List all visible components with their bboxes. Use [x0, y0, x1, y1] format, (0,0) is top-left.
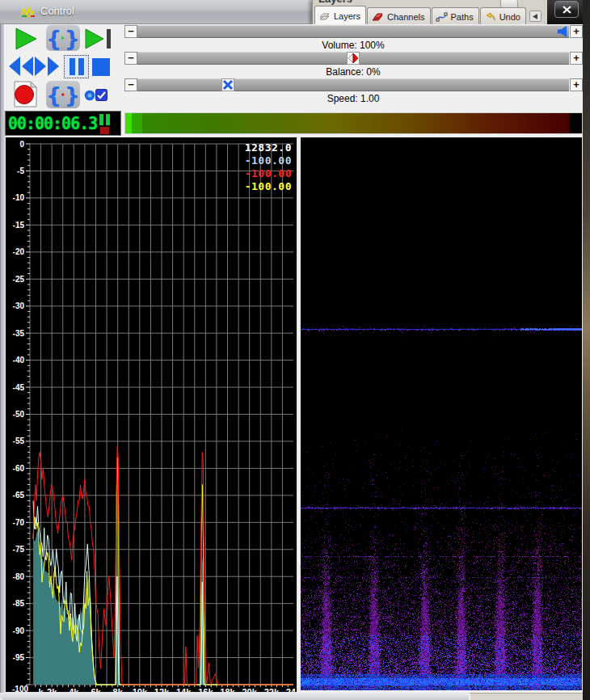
svg-text:24: 24	[286, 687, 297, 692]
tab-channels[interactable]: Channels	[367, 7, 430, 24]
rewind-icon	[7, 56, 35, 77]
record-options-checkbox[interactable]	[95, 88, 107, 101]
speed-minus-button[interactable]: −	[124, 78, 137, 91]
record-selection-button[interactable]: { }	[46, 81, 80, 108]
time-value: 00:00:06.3	[8, 113, 97, 133]
checkbox-checked-icon	[95, 89, 107, 101]
tab-paths[interactable]: Paths	[432, 7, 479, 24]
spectrogram-canvas	[301, 137, 582, 690]
svg-text:0: 0	[19, 140, 24, 149]
svg-text:-40: -40	[13, 356, 25, 365]
monitor-dot-icon	[84, 90, 95, 101]
speed-plus-button[interactable]: +	[570, 78, 583, 91]
brace-left-icon: {	[46, 84, 61, 106]
play-button[interactable]	[11, 27, 40, 51]
svg-text:k: k	[39, 687, 44, 692]
tab-label: Layers	[334, 11, 360, 21]
volume-minus-button[interactable]: −	[124, 25, 137, 38]
play-to-end-icon	[84, 27, 113, 50]
record-indicator-icon	[100, 127, 109, 134]
play-selection-button[interactable]: { }	[46, 25, 80, 51]
background-window-title: Layers	[318, 0, 352, 5]
volume-slider[interactable]	[137, 25, 569, 38]
titlebar[interactable]: Control Layers Layers Chan	[0, 0, 590, 24]
balance-diamond-icon	[348, 53, 359, 64]
background-window-bottom-edge	[469, 693, 584, 700]
time-display: 00:00:06.3	[5, 111, 121, 136]
svg-text:12k: 12k	[154, 687, 170, 692]
svg-text:8k: 8k	[113, 687, 124, 692]
stop-button[interactable]	[90, 56, 112, 78]
tab-label: Channels	[387, 12, 424, 22]
svg-text:-45: -45	[13, 383, 25, 392]
x-cross-icon	[222, 79, 234, 91]
pause-button[interactable]	[64, 55, 89, 78]
speed-slider[interactable]	[137, 78, 569, 91]
tab-overflow-button[interactable]	[529, 11, 542, 22]
record-icon	[12, 81, 38, 108]
svg-text:-15: -15	[13, 221, 25, 230]
svg-text:-80: -80	[13, 572, 25, 581]
close-button[interactable]	[554, 1, 579, 18]
pause-icon	[68, 57, 86, 76]
tab-label: Paths	[451, 12, 474, 22]
brace-left-icon: {	[46, 27, 61, 49]
stop-icon	[91, 57, 111, 77]
svg-text:-95: -95	[13, 653, 25, 662]
svg-text:-55: -55	[13, 436, 25, 445]
tab-layers[interactable]: Layers	[314, 6, 366, 24]
play-to-end-button[interactable]	[82, 27, 116, 51]
svg-text:-10: -10	[13, 193, 25, 202]
svg-text:-100.00: -100.00	[245, 167, 292, 179]
level-meter	[124, 112, 583, 134]
svg-text:-100.00: -100.00	[245, 180, 292, 192]
waveform-icon	[21, 6, 36, 17]
svg-text:-85: -85	[13, 599, 25, 608]
background-tabbar: Layers Channels Paths	[314, 7, 542, 24]
play-icon	[14, 27, 38, 50]
level-meter-bright-segment	[125, 113, 132, 133]
svg-text:4k: 4k	[69, 687, 79, 692]
balance-minus-button[interactable]: −	[124, 52, 137, 65]
svg-text:12832.0: 12832.0	[245, 141, 292, 154]
svg-text:22k: 22k	[264, 687, 280, 692]
svg-text:-60: -60	[13, 464, 25, 473]
record-button[interactable]	[11, 80, 40, 108]
fast-forward-button[interactable]	[32, 55, 61, 78]
svg-text:18k: 18k	[220, 687, 235, 692]
spectrogram-panel[interactable]	[300, 137, 583, 692]
path-curve-icon	[436, 12, 448, 22]
svg-text:14k: 14k	[176, 687, 192, 692]
svg-text:10k: 10k	[133, 687, 148, 692]
tab-undo[interactable]: Undo	[480, 7, 526, 24]
svg-text:-75: -75	[13, 545, 25, 554]
brace-right-icon: }	[65, 27, 80, 49]
svg-text:-25: -25	[13, 275, 25, 284]
speaker-icon	[556, 25, 569, 38]
undo-arrow-icon	[484, 12, 496, 22]
balance-slider[interactable]	[137, 52, 569, 65]
balance-plus-button[interactable]: +	[570, 52, 583, 65]
svg-text:-50: -50	[13, 410, 25, 419]
level-meter-bright-segment2	[132, 113, 142, 133]
volume-plus-button[interactable]: +	[570, 25, 583, 38]
spectrum-analyzer-panel[interactable]: 0-5-10-15-20-25-30-35-40-45-50-55-60-65-…	[5, 137, 297, 693]
svg-text:-20: -20	[13, 247, 25, 256]
svg-text:-90: -90	[13, 626, 25, 635]
svg-text:-5: -5	[17, 167, 24, 175]
svg-text:-65: -65	[13, 491, 25, 500]
window-border-right	[583, 0, 590, 700]
svg-text:-70: -70	[13, 518, 25, 527]
balance-thumb[interactable]	[347, 52, 360, 65]
rewind-button[interactable]	[6, 55, 36, 78]
brace-right-icon: }	[65, 84, 80, 106]
volume-label: Volume: 100%	[137, 40, 569, 50]
monitor-button[interactable]	[83, 89, 95, 101]
svg-text:-35: -35	[13, 329, 25, 338]
fast-forward-icon	[33, 56, 61, 77]
svg-text:20k: 20k	[242, 687, 257, 692]
window-title: Control	[40, 5, 74, 17]
volume-thumb[interactable]	[556, 25, 569, 38]
background-window-fragment: Layers Layers Channels	[312, 0, 548, 24]
speed-thumb[interactable]	[221, 78, 234, 91]
